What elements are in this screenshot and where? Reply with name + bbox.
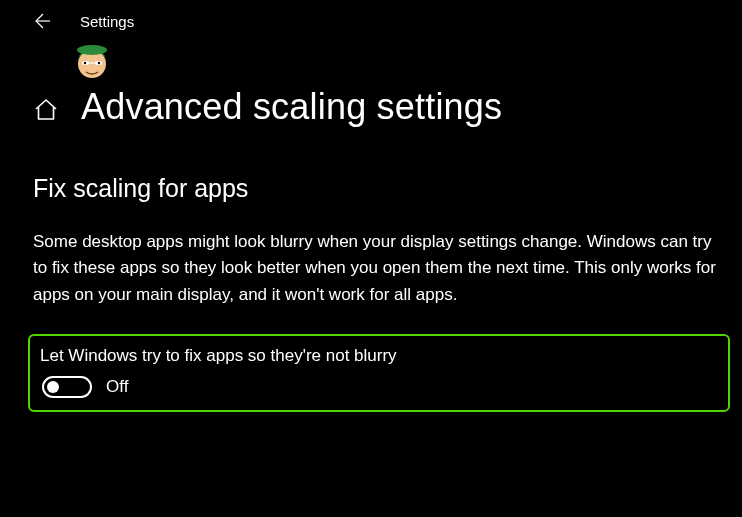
setting-highlight-box: Let Windows try to fix apps so they're n…: [28, 334, 730, 412]
svg-rect-6: [89, 63, 95, 64]
titlebar: Settings: [0, 0, 742, 40]
fix-blurry-apps-toggle[interactable]: [42, 376, 92, 398]
section-description: Some desktop apps might look blurry when…: [0, 203, 742, 308]
toggle-row: Off: [38, 376, 714, 398]
page-title: Advanced scaling settings: [81, 86, 502, 128]
svg-point-4: [84, 62, 86, 64]
svg-point-5: [98, 62, 100, 64]
app-name: Settings: [80, 13, 134, 30]
toggle-label: Let Windows try to fix apps so they're n…: [38, 346, 714, 366]
svg-point-1: [77, 45, 107, 55]
toggle-state-label: Off: [106, 377, 128, 397]
section-title: Fix scaling for apps: [0, 128, 742, 203]
avatar: [72, 42, 112, 82]
back-arrow-icon[interactable]: [30, 10, 52, 32]
toggle-knob: [47, 381, 59, 393]
home-icon[interactable]: [33, 91, 59, 123]
